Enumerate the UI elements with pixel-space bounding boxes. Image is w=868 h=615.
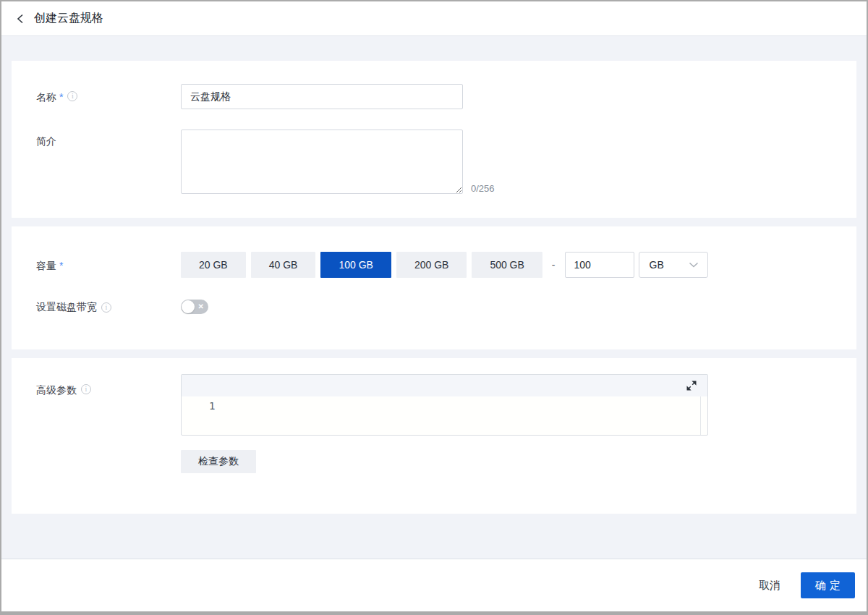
advanced-params-card: 高级参数 i: [12, 358, 856, 514]
bandwidth-toggle-off[interactable]: ✕: [181, 300, 208, 314]
info-icon[interactable]: i: [81, 384, 91, 394]
name-label: 名称 * i: [36, 84, 181, 109]
capacity-option-200gb[interactable]: 200 GB: [396, 252, 467, 278]
editor-body[interactable]: 1: [182, 396, 707, 435]
capacity-value-input[interactable]: [565, 252, 634, 278]
check-params-button[interactable]: 检查参数: [181, 450, 256, 473]
page-header: 创建云盘规格: [1, 1, 867, 36]
editor-scrollbar[interactable]: [700, 396, 701, 435]
confirm-button[interactable]: 确定: [801, 572, 855, 598]
form-body: 名称 * i 简介 0/256 容量 *: [1, 36, 867, 522]
editor-line-number: 1: [209, 400, 215, 412]
create-disk-spec-page: 创建云盘规格 名称 * i 简介 0/256: [0, 0, 868, 615]
required-asterisk: *: [59, 90, 63, 104]
capacity-unit-select[interactable]: GB: [639, 252, 708, 278]
capacity-option-20gb[interactable]: 20 GB: [181, 252, 246, 278]
capacity-label: 容量 *: [36, 252, 181, 278]
cancel-button[interactable]: 取消: [759, 579, 780, 593]
name-row: 名称 * i: [36, 84, 832, 109]
required-asterisk: *: [59, 258, 63, 273]
bandwidth-row: 设置磁盘带宽 i ✕: [36, 300, 832, 314]
advanced-label: 高级参数 i: [36, 374, 181, 473]
capacity-controls: 20 GB 40 GB 100 GB 200 GB 500 GB - GB: [181, 252, 708, 278]
advanced-row: 高级参数 i: [36, 374, 832, 473]
basic-info-card: 名称 * i 简介 0/256: [12, 61, 856, 218]
description-field-wrap: 0/256: [181, 130, 495, 194]
chevron-down-icon: [689, 262, 699, 268]
bandwidth-label: 设置磁盘带宽 i: [36, 300, 181, 314]
toggle-knob: [182, 300, 195, 313]
description-label: 简介: [36, 130, 181, 194]
toggle-off-x-icon: ✕: [198, 303, 204, 310]
page-title: 创建云盘规格: [34, 11, 103, 26]
footer-action-bar: 取消 确定: [1, 559, 867, 611]
capacity-row: 容量 * 20 GB 40 GB 100 GB 200 GB 500 GB - …: [36, 252, 832, 278]
capacity-option-100gb-selected[interactable]: 100 GB: [320, 252, 391, 278]
code-editor[interactable]: 1: [181, 374, 708, 436]
editor-toolbar: [182, 375, 707, 396]
info-icon[interactable]: i: [101, 302, 111, 313]
capacity-unit-value: GB: [650, 259, 664, 271]
range-separator: -: [552, 259, 556, 271]
name-input[interactable]: [181, 84, 463, 109]
chevron-left-icon: [16, 14, 25, 24]
back-button[interactable]: [16, 14, 25, 24]
capacity-option-500gb[interactable]: 500 GB: [472, 252, 542, 278]
expand-fullscreen-button[interactable]: [686, 381, 697, 391]
capacity-presets: 20 GB 40 GB 100 GB 200 GB 500 GB: [181, 252, 542, 278]
capacity-option-40gb[interactable]: 40 GB: [251, 252, 316, 278]
char-counter: 0/256: [471, 183, 495, 194]
description-textarea[interactable]: [181, 130, 463, 194]
expand-icon: [686, 381, 697, 391]
capacity-card: 容量 * 20 GB 40 GB 100 GB 200 GB 500 GB - …: [12, 226, 856, 349]
info-icon[interactable]: i: [67, 91, 77, 101]
description-row: 简介 0/256: [36, 130, 832, 194]
advanced-editor-column: 1 检查参数: [181, 374, 708, 473]
